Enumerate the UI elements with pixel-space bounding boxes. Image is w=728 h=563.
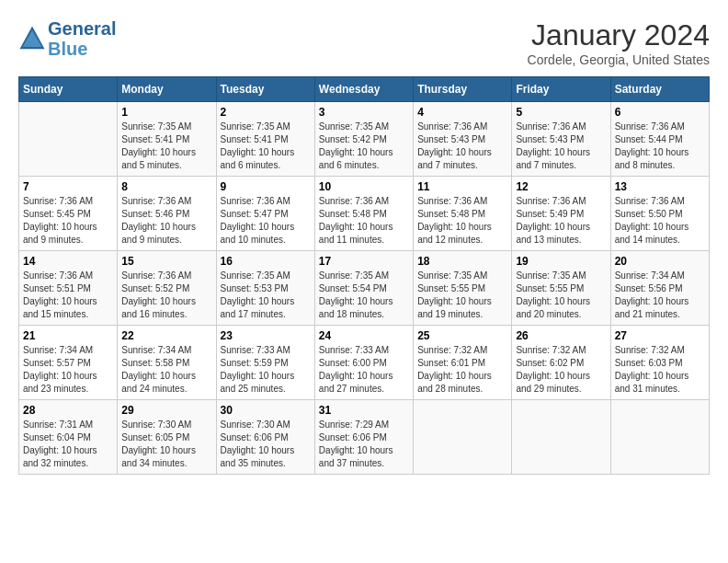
day-number: 21	[23, 329, 113, 342]
day-info: Sunrise: 7:36 AM Sunset: 5:43 PM Dayligh…	[516, 121, 606, 172]
day-info: Sunrise: 7:36 AM Sunset: 5:44 PM Dayligh…	[615, 121, 705, 172]
day-info: Sunrise: 7:30 AM Sunset: 6:06 PM Dayligh…	[221, 419, 311, 470]
day-number: 20	[615, 255, 705, 268]
calendar-cell: 6Sunrise: 7:36 AM Sunset: 5:44 PM Daylig…	[610, 102, 709, 177]
day-number: 12	[516, 180, 606, 193]
month-title: January 2024	[528, 18, 710, 52]
calendar-table: SundayMondayTuesdayWednesdayThursdayFrid…	[18, 76, 710, 475]
day-info: Sunrise: 7:35 AM Sunset: 5:41 PM Dayligh…	[121, 121, 211, 172]
day-info: Sunrise: 7:36 AM Sunset: 5:50 PM Dayligh…	[615, 195, 705, 247]
calendar-cell: 21Sunrise: 7:34 AM Sunset: 5:57 PM Dayli…	[19, 326, 118, 400]
calendar-body: 1Sunrise: 7:35 AM Sunset: 5:41 PM Daylig…	[19, 102, 710, 475]
day-number: 4	[417, 106, 507, 119]
calendar-cell: 10Sunrise: 7:36 AM Sunset: 5:48 PM Dayli…	[314, 177, 413, 251]
calendar-day-header: Friday	[512, 77, 610, 102]
day-number: 13	[615, 180, 705, 193]
day-number: 2	[221, 106, 311, 119]
calendar-cell: 29Sunrise: 7:30 AM Sunset: 6:05 PM Dayli…	[118, 400, 216, 475]
calendar-cell: 7Sunrise: 7:36 AM Sunset: 5:45 PM Daylig…	[19, 177, 118, 251]
day-info: Sunrise: 7:35 AM Sunset: 5:55 PM Dayligh…	[516, 270, 606, 321]
calendar-cell: 11Sunrise: 7:36 AM Sunset: 5:48 PM Dayli…	[414, 177, 512, 251]
calendar-cell: 19Sunrise: 7:35 AM Sunset: 5:55 PM Dayli…	[512, 251, 610, 326]
calendar-day-header: Wednesday	[314, 77, 413, 102]
day-info: Sunrise: 7:35 AM Sunset: 5:54 PM Dayligh…	[319, 270, 409, 321]
day-info: Sunrise: 7:32 AM Sunset: 6:02 PM Dayligh…	[516, 344, 606, 396]
calendar-cell: 17Sunrise: 7:35 AM Sunset: 5:54 PM Dayli…	[314, 251, 413, 326]
day-info: Sunrise: 7:35 AM Sunset: 5:53 PM Dayligh…	[221, 270, 311, 321]
day-number: 28	[23, 404, 113, 417]
calendar-day-header: Thursday	[414, 77, 512, 102]
calendar-cell: 27Sunrise: 7:32 AM Sunset: 6:03 PM Dayli…	[610, 326, 709, 400]
calendar-cell: 4Sunrise: 7:36 AM Sunset: 5:43 PM Daylig…	[414, 102, 512, 177]
day-info: Sunrise: 7:36 AM Sunset: 5:52 PM Dayligh…	[121, 270, 211, 321]
calendar-cell: 16Sunrise: 7:35 AM Sunset: 5:53 PM Dayli…	[216, 251, 314, 326]
calendar-week-row: 7Sunrise: 7:36 AM Sunset: 5:45 PM Daylig…	[19, 177, 710, 251]
calendar-cell: 8Sunrise: 7:36 AM Sunset: 5:46 PM Daylig…	[118, 177, 216, 251]
day-number: 8	[121, 180, 211, 193]
day-number: 27	[615, 329, 705, 342]
calendar-cell: 31Sunrise: 7:29 AM Sunset: 6:06 PM Dayli…	[314, 400, 413, 475]
location-subtitle: Cordele, Georgia, United States	[528, 52, 710, 67]
logo-text: GeneralBlue	[48, 18, 116, 59]
day-info: Sunrise: 7:35 AM Sunset: 5:42 PM Dayligh…	[319, 121, 409, 172]
day-number: 11	[417, 180, 507, 193]
day-number: 6	[615, 106, 705, 119]
day-info: Sunrise: 7:36 AM Sunset: 5:46 PM Dayligh…	[121, 195, 211, 247]
day-info: Sunrise: 7:36 AM Sunset: 5:51 PM Dayligh…	[23, 270, 113, 321]
day-number: 15	[121, 255, 211, 268]
day-number: 10	[319, 180, 409, 193]
calendar-cell	[610, 400, 709, 475]
day-info: Sunrise: 7:36 AM Sunset: 5:45 PM Dayligh…	[23, 195, 113, 247]
day-number: 26	[516, 329, 606, 342]
calendar-cell: 28Sunrise: 7:31 AM Sunset: 6:04 PM Dayli…	[19, 400, 118, 475]
calendar-week-row: 14Sunrise: 7:36 AM Sunset: 5:51 PM Dayli…	[19, 251, 710, 326]
calendar-cell: 2Sunrise: 7:35 AM Sunset: 5:41 PM Daylig…	[216, 102, 314, 177]
day-info: Sunrise: 7:31 AM Sunset: 6:04 PM Dayligh…	[23, 419, 113, 470]
day-number: 25	[417, 329, 507, 342]
calendar-cell: 3Sunrise: 7:35 AM Sunset: 5:42 PM Daylig…	[314, 102, 413, 177]
calendar-cell: 12Sunrise: 7:36 AM Sunset: 5:49 PM Dayli…	[512, 177, 610, 251]
day-info: Sunrise: 7:33 AM Sunset: 6:00 PM Dayligh…	[319, 344, 409, 396]
day-info: Sunrise: 7:35 AM Sunset: 5:55 PM Dayligh…	[417, 270, 507, 321]
calendar-cell: 18Sunrise: 7:35 AM Sunset: 5:55 PM Dayli…	[414, 251, 512, 326]
day-number: 14	[23, 255, 113, 268]
day-number: 1	[121, 106, 211, 119]
day-number: 3	[319, 106, 409, 119]
title-block: January 2024 Cordele, Georgia, United St…	[528, 18, 710, 67]
calendar-week-row: 1Sunrise: 7:35 AM Sunset: 5:41 PM Daylig…	[19, 102, 710, 177]
day-number: 17	[319, 255, 409, 268]
day-info: Sunrise: 7:36 AM Sunset: 5:47 PM Dayligh…	[221, 195, 311, 247]
calendar-day-header: Tuesday	[216, 77, 314, 102]
day-number: 23	[221, 329, 311, 342]
calendar-day-header: Monday	[118, 77, 216, 102]
calendar-header-row: SundayMondayTuesdayWednesdayThursdayFrid…	[19, 77, 710, 102]
day-info: Sunrise: 7:29 AM Sunset: 6:06 PM Dayligh…	[319, 419, 409, 470]
day-info: Sunrise: 7:33 AM Sunset: 5:59 PM Dayligh…	[221, 344, 311, 396]
calendar-cell	[19, 102, 118, 177]
calendar-cell: 24Sunrise: 7:33 AM Sunset: 6:00 PM Dayli…	[314, 326, 413, 400]
day-info: Sunrise: 7:35 AM Sunset: 5:41 PM Dayligh…	[221, 121, 311, 172]
day-info: Sunrise: 7:36 AM Sunset: 5:48 PM Dayligh…	[319, 195, 409, 247]
calendar-cell: 22Sunrise: 7:34 AM Sunset: 5:58 PM Dayli…	[118, 326, 216, 400]
day-number: 24	[319, 329, 409, 342]
calendar-week-row: 21Sunrise: 7:34 AM Sunset: 5:57 PM Dayli…	[19, 326, 710, 400]
day-info: Sunrise: 7:34 AM Sunset: 5:57 PM Dayligh…	[23, 344, 113, 396]
day-info: Sunrise: 7:34 AM Sunset: 5:58 PM Dayligh…	[121, 344, 211, 396]
day-number: 5	[516, 106, 606, 119]
day-number: 31	[319, 404, 409, 417]
calendar-cell: 23Sunrise: 7:33 AM Sunset: 5:59 PM Dayli…	[216, 326, 314, 400]
day-info: Sunrise: 7:32 AM Sunset: 6:03 PM Dayligh…	[615, 344, 705, 396]
day-number: 16	[221, 255, 311, 268]
day-number: 22	[121, 329, 211, 342]
calendar-cell: 26Sunrise: 7:32 AM Sunset: 6:02 PM Dayli…	[512, 326, 610, 400]
day-number: 30	[221, 404, 311, 417]
day-info: Sunrise: 7:34 AM Sunset: 5:56 PM Dayligh…	[615, 270, 705, 321]
calendar-cell: 15Sunrise: 7:36 AM Sunset: 5:52 PM Dayli…	[118, 251, 216, 326]
day-info: Sunrise: 7:36 AM Sunset: 5:48 PM Dayligh…	[417, 195, 507, 247]
calendar-cell: 25Sunrise: 7:32 AM Sunset: 6:01 PM Dayli…	[414, 326, 512, 400]
calendar-day-header: Sunday	[19, 77, 118, 102]
day-number: 18	[417, 255, 507, 268]
day-info: Sunrise: 7:32 AM Sunset: 6:01 PM Dayligh…	[417, 344, 507, 396]
day-number: 29	[121, 404, 211, 417]
day-number: 7	[23, 180, 113, 193]
